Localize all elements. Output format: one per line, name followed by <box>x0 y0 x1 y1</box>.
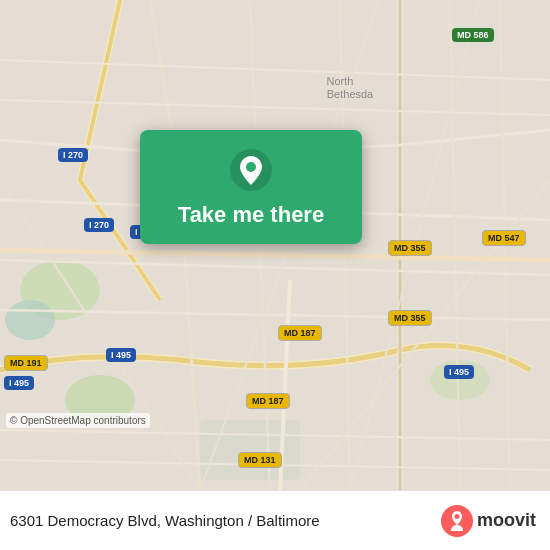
svg-point-2 <box>5 300 55 340</box>
badge-md355b: MD 355 <box>388 310 432 326</box>
badge-i495a: I 495 <box>106 348 136 362</box>
footer-bar: 6301 Democracy Blvd, Washington / Baltim… <box>0 490 550 550</box>
badge-md547: MD 547 <box>482 230 526 246</box>
badge-md355a: MD 355 <box>388 240 432 256</box>
badge-i495b: I 495 <box>4 376 34 390</box>
location-pin-icon <box>229 148 273 192</box>
badge-md131: MD 131 <box>238 452 282 468</box>
badge-md191: MD 191 <box>4 355 48 371</box>
map-container: North Bethesda I 270 I 270 I 2 MD 586 MD… <box>0 0 550 490</box>
svg-text:Bethesda: Bethesda <box>327 88 374 100</box>
badge-md187a: MD 187 <box>278 325 322 341</box>
moovit-brand-icon <box>441 505 473 537</box>
take-me-there-button[interactable]: Take me there <box>140 130 362 244</box>
svg-text:North: North <box>327 75 354 87</box>
badge-i270b: I 270 <box>84 218 114 232</box>
footer-address: 6301 Democracy Blvd, Washington / Baltim… <box>10 512 320 529</box>
moovit-logo: moovit <box>441 505 536 537</box>
badge-i270: I 270 <box>58 148 88 162</box>
osm-attribution: © OpenStreetMap contributors <box>6 413 150 428</box>
svg-point-9 <box>246 162 256 172</box>
badge-md586: MD 586 <box>452 28 494 42</box>
cta-label: Take me there <box>178 202 324 228</box>
moovit-text: moovit <box>477 510 536 531</box>
svg-point-11 <box>454 514 459 519</box>
badge-i495c: I 495 <box>444 365 474 379</box>
badge-md187b: MD 187 <box>246 393 290 409</box>
